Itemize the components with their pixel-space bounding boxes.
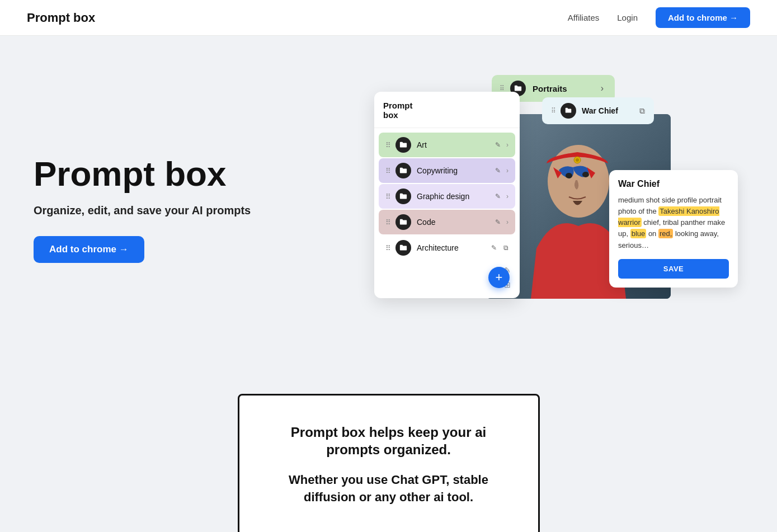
svg-point-5 — [576, 158, 579, 162]
hero-right: ⠿ Portraits › — [352, 69, 743, 349]
hero-add-to-chrome-button[interactable]: Add to chrome → — [34, 236, 144, 263]
folder-icon — [395, 163, 411, 178]
wc-text-mid2: on — [646, 229, 658, 238]
edit-icon[interactable]: ✎ — [491, 244, 497, 252]
edit-icon[interactable]: ✎ — [495, 141, 501, 149]
edit-icon[interactable]: ✎ — [495, 167, 501, 175]
hero-title: Prompt box — [34, 156, 251, 192]
chevron-icon: › — [506, 141, 508, 149]
portraits-drag-icon: ⠿ — [500, 84, 503, 92]
drag-icon: ⠿ — [385, 141, 390, 149]
prompt-box-panel: Promptbox ⠿ Art ✎ › ⠿ Copywriting ✎ — [374, 92, 520, 298]
wc-highlight-3: red, — [658, 229, 673, 238]
drag-icon: ⠿ — [385, 167, 390, 175]
nav-right: Affiliates Login Add to chrome → — [568, 7, 750, 28]
info-box-subtitle: Whether you use Chat GPT, stable diffusi… — [273, 472, 505, 506]
navbar: Prompt box Affiliates Login Add to chrom… — [0, 0, 777, 36]
war-chief-label: War Chief — [582, 106, 634, 115]
chevron-icon: › — [506, 167, 508, 175]
wc-card-text: medium shot side profile portrait photo … — [618, 195, 729, 251]
folder-icon — [395, 189, 411, 204]
list-item[interactable]: ⠿ Code ✎ › — [379, 210, 515, 234]
info-box-title: Prompt box helps keep your ai prompts or… — [273, 423, 505, 458]
hero-left: Prompt box Organize, edit, and save your… — [34, 156, 251, 262]
folder-icon — [395, 240, 411, 256]
item-label: Code — [417, 218, 489, 227]
item-label: Art — [417, 140, 489, 149]
wc-highlight-2: blue — [630, 229, 647, 238]
affiliates-link[interactable]: Affiliates — [568, 13, 599, 22]
war-chief-folder-icon — [561, 103, 576, 119]
wc-card-title: War Chief — [618, 179, 729, 189]
hero-subtitle: Organize, edit, and save your AI prompts — [34, 203, 251, 218]
list-item[interactable]: ⠿ Art ✎ › — [379, 133, 515, 157]
edit-icon[interactable]: ✎ — [495, 192, 501, 200]
chevron-icon: › — [506, 218, 508, 226]
svg-point-2 — [566, 173, 572, 178]
panel-title: Promptbox — [374, 101, 520, 128]
item-label: Architecture — [417, 243, 486, 252]
hero-section: Prompt box Organize, edit, and save your… — [0, 36, 777, 371]
edit-icon[interactable]: ✎ — [495, 218, 501, 226]
list-item[interactable]: ⠿ Architecture ✎ ⧉ — [379, 236, 515, 260]
folder-icon — [395, 214, 411, 230]
drag-icon: ⠿ — [385, 218, 390, 227]
list-item[interactable]: ⠿ Copywriting ✎ › — [379, 158, 515, 183]
copy-icon[interactable]: ⧉ — [503, 244, 508, 252]
nav-add-to-chrome-button[interactable]: Add to chrome → — [656, 7, 750, 28]
chevron-icon: › — [506, 192, 508, 200]
bottom-section: Prompt box helps keep your ai prompts or… — [0, 371, 777, 532]
portraits-label: Portraits — [533, 84, 594, 93]
drag-icon: ⠿ — [385, 192, 390, 201]
fab-button[interactable]: + — [488, 267, 510, 288]
folder-icon — [395, 137, 411, 153]
war-chief-card: War Chief medium shot side profile portr… — [609, 170, 738, 288]
info-box: Prompt box helps keep your ai prompts or… — [238, 394, 540, 532]
item-label: Graphic design — [417, 192, 489, 201]
logo: Prompt box — [27, 11, 95, 25]
drag-icon: ⠿ — [385, 244, 390, 252]
login-link[interactable]: Login — [617, 13, 638, 22]
war-chief-copy-icon: ⧉ — [639, 106, 645, 116]
list-item[interactable]: ⠿ Graphic design ✎ › — [379, 184, 515, 209]
portraits-chevron-icon: › — [601, 83, 604, 93]
wc-save-button[interactable]: SAVE — [618, 259, 729, 279]
wc-drag-icon: ⠿ — [551, 107, 555, 115]
war-chief-row: ⠿ War Chief ⧉ — [542, 97, 654, 124]
svg-point-3 — [582, 172, 589, 177]
item-label: Copywriting — [417, 166, 489, 175]
